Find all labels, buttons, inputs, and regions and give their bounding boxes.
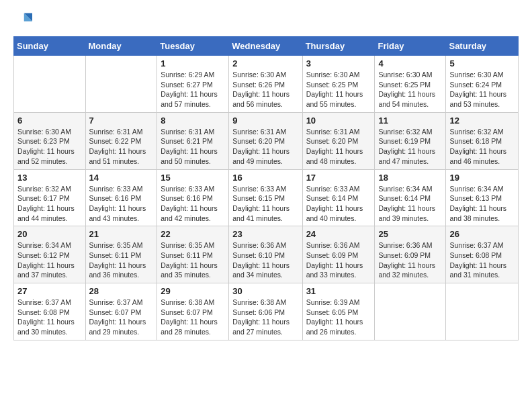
day-number: 11 (378, 116, 442, 126)
day-number: 14 (89, 173, 154, 183)
calendar-week-5: 27Sunrise: 6:37 AMSunset: 6:08 PMDayligh… (14, 283, 519, 340)
day-info: Sunrise: 6:31 AMSunset: 6:20 PMDaylight:… (232, 127, 298, 167)
calendar-cell: 19Sunrise: 6:34 AMSunset: 6:13 PMDayligh… (446, 169, 519, 226)
calendar-cell: 27Sunrise: 6:37 AMSunset: 6:08 PMDayligh… (14, 283, 86, 340)
calendar-cell: 20Sunrise: 6:34 AMSunset: 6:12 PMDayligh… (14, 226, 86, 283)
day-number: 30 (232, 286, 298, 296)
day-info: Sunrise: 6:32 AMSunset: 6:19 PMDaylight:… (378, 127, 442, 167)
day-number: 7 (89, 116, 154, 126)
calendar-cell: 18Sunrise: 6:34 AMSunset: 6:14 PMDayligh… (375, 169, 446, 226)
day-info: Sunrise: 6:32 AMSunset: 6:17 PMDaylight:… (17, 184, 82, 224)
header-row: SundayMondayTuesdayWednesdayThursdayFrid… (14, 37, 519, 56)
day-number: 1 (161, 58, 225, 68)
calendar-cell: 21Sunrise: 6:35 AMSunset: 6:11 PMDayligh… (85, 226, 157, 283)
day-info: Sunrise: 6:36 AMSunset: 6:10 PMDaylight:… (232, 240, 298, 280)
day-number: 17 (306, 173, 371, 183)
calendar-cell (446, 283, 519, 340)
day-number: 12 (449, 116, 515, 126)
day-number: 16 (232, 173, 298, 183)
day-number: 9 (232, 116, 298, 126)
day-info: Sunrise: 6:31 AMSunset: 6:21 PMDaylight:… (161, 127, 225, 167)
calendar-cell: 8Sunrise: 6:31 AMSunset: 6:21 PMDaylight… (157, 112, 229, 169)
day-number: 5 (449, 58, 515, 68)
calendar-cell: 14Sunrise: 6:33 AMSunset: 6:16 PMDayligh… (85, 169, 157, 226)
day-info: Sunrise: 6:30 AMSunset: 6:24 PMDaylight:… (449, 70, 515, 109)
calendar-cell: 15Sunrise: 6:33 AMSunset: 6:16 PMDayligh… (157, 169, 229, 226)
calendar-week-4: 20Sunrise: 6:34 AMSunset: 6:12 PMDayligh… (14, 226, 519, 283)
day-number: 27 (17, 286, 82, 296)
day-number: 28 (89, 286, 154, 296)
calendar-cell: 23Sunrise: 6:36 AMSunset: 6:10 PMDayligh… (229, 226, 302, 283)
day-header-wednesday: Wednesday (229, 37, 302, 56)
day-info: Sunrise: 6:33 AMSunset: 6:15 PMDaylight:… (232, 184, 298, 224)
day-number: 13 (17, 173, 82, 183)
day-header-sunday: Sunday (14, 37, 86, 56)
day-info: Sunrise: 6:38 AMSunset: 6:07 PMDaylight:… (161, 298, 225, 337)
day-number: 8 (161, 116, 225, 126)
day-number: 24 (306, 229, 371, 239)
day-number: 20 (17, 229, 82, 239)
day-info: Sunrise: 6:37 AMSunset: 6:07 PMDaylight:… (89, 298, 154, 337)
day-number: 26 (449, 229, 515, 239)
day-info: Sunrise: 6:33 AMSunset: 6:14 PMDaylight:… (306, 184, 371, 224)
day-header-tuesday: Tuesday (157, 37, 229, 56)
calendar-cell: 6Sunrise: 6:30 AMSunset: 6:23 PMDaylight… (14, 112, 86, 169)
day-number: 6 (17, 116, 82, 126)
calendar-cell: 3Sunrise: 6:30 AMSunset: 6:25 PMDaylight… (302, 56, 375, 113)
day-header-saturday: Saturday (446, 37, 519, 56)
logo-icon (13, 11, 32, 30)
header (13, 11, 519, 30)
day-number: 2 (232, 58, 298, 68)
day-header-thursday: Thursday (302, 37, 375, 56)
calendar-table: SundayMondayTuesdayWednesdayThursdayFrid… (13, 36, 519, 340)
day-info: Sunrise: 6:34 AMSunset: 6:13 PMDaylight:… (449, 184, 515, 224)
calendar-cell: 26Sunrise: 6:37 AMSunset: 6:08 PMDayligh… (446, 226, 519, 283)
day-info: Sunrise: 6:36 AMSunset: 6:09 PMDaylight:… (378, 240, 442, 280)
calendar-cell: 4Sunrise: 6:30 AMSunset: 6:25 PMDaylight… (375, 56, 446, 113)
day-info: Sunrise: 6:33 AMSunset: 6:16 PMDaylight:… (161, 184, 225, 224)
day-number: 3 (306, 58, 371, 68)
day-info: Sunrise: 6:38 AMSunset: 6:06 PMDaylight:… (232, 298, 298, 337)
day-info: Sunrise: 6:35 AMSunset: 6:11 PMDaylight:… (89, 240, 154, 280)
day-info: Sunrise: 6:32 AMSunset: 6:18 PMDaylight:… (449, 127, 515, 167)
calendar-cell: 5Sunrise: 6:30 AMSunset: 6:24 PMDaylight… (446, 56, 519, 113)
day-info: Sunrise: 6:31 AMSunset: 6:22 PMDaylight:… (89, 127, 154, 167)
day-number: 23 (232, 229, 298, 239)
calendar-cell: 9Sunrise: 6:31 AMSunset: 6:20 PMDaylight… (229, 112, 302, 169)
calendar-cell: 13Sunrise: 6:32 AMSunset: 6:17 PMDayligh… (14, 169, 86, 226)
calendar-cell (375, 283, 446, 340)
day-number: 25 (378, 229, 442, 239)
day-info: Sunrise: 6:29 AMSunset: 6:27 PMDaylight:… (161, 70, 225, 109)
day-info: Sunrise: 6:30 AMSunset: 6:23 PMDaylight:… (17, 127, 82, 167)
calendar-cell (85, 56, 157, 113)
day-info: Sunrise: 6:35 AMSunset: 6:11 PMDaylight:… (161, 240, 225, 280)
day-number: 19 (449, 173, 515, 183)
logo (13, 11, 35, 30)
calendar-body: 1Sunrise: 6:29 AMSunset: 6:27 PMDaylight… (14, 56, 519, 340)
day-info: Sunrise: 6:34 AMSunset: 6:12 PMDaylight:… (17, 240, 82, 280)
day-info: Sunrise: 6:34 AMSunset: 6:14 PMDaylight:… (378, 184, 442, 224)
day-number: 10 (306, 116, 371, 126)
calendar-cell: 12Sunrise: 6:32 AMSunset: 6:18 PMDayligh… (446, 112, 519, 169)
day-number: 15 (161, 173, 225, 183)
day-info: Sunrise: 6:30 AMSunset: 6:26 PMDaylight:… (232, 70, 298, 109)
day-info: Sunrise: 6:30 AMSunset: 6:25 PMDaylight:… (306, 70, 371, 109)
day-number: 31 (306, 286, 371, 296)
day-info: Sunrise: 6:30 AMSunset: 6:25 PMDaylight:… (378, 70, 442, 109)
day-number: 22 (161, 229, 225, 239)
page: SundayMondayTuesdayWednesdayThursdayFrid… (0, 0, 532, 411)
calendar-week-1: 1Sunrise: 6:29 AMSunset: 6:27 PMDaylight… (14, 56, 519, 113)
calendar-cell: 24Sunrise: 6:36 AMSunset: 6:09 PMDayligh… (302, 226, 375, 283)
day-number: 18 (378, 173, 442, 183)
day-number: 4 (378, 58, 442, 68)
calendar-cell: 22Sunrise: 6:35 AMSunset: 6:11 PMDayligh… (157, 226, 229, 283)
calendar-header: SundayMondayTuesdayWednesdayThursdayFrid… (14, 37, 519, 56)
day-header-friday: Friday (375, 37, 446, 56)
calendar-cell: 25Sunrise: 6:36 AMSunset: 6:09 PMDayligh… (375, 226, 446, 283)
day-number: 29 (161, 286, 225, 296)
calendar-cell: 17Sunrise: 6:33 AMSunset: 6:14 PMDayligh… (302, 169, 375, 226)
day-info: Sunrise: 6:39 AMSunset: 6:05 PMDaylight:… (306, 298, 371, 337)
calendar-week-2: 6Sunrise: 6:30 AMSunset: 6:23 PMDaylight… (14, 112, 519, 169)
day-info: Sunrise: 6:37 AMSunset: 6:08 PMDaylight:… (449, 240, 515, 280)
calendar-cell (14, 56, 86, 113)
